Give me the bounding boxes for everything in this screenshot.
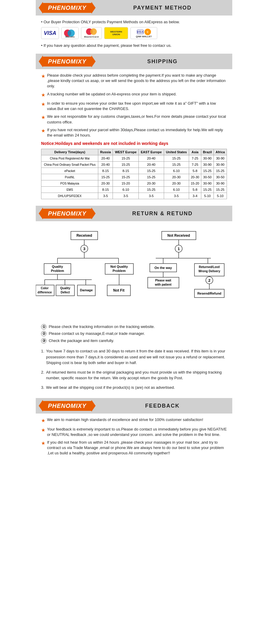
payment-icons: VISA Maestro MasterCard — [41, 27, 227, 39]
table-row: China Post Registered Air Mai20-4015-252… — [41, 155, 227, 162]
protection-note: • Our Buyer Protection ONLY protects Pay… — [41, 20, 227, 24]
table-cell-value: 5-10 — [201, 193, 214, 199]
svg-text:with patient: with patient — [155, 283, 172, 286]
table-cell-value: 15-25 — [98, 174, 113, 180]
shipping-star-5: ★ If you have not received your parcel w… — [41, 127, 227, 138]
shipping-star-4: ★ We are not responsible for any customs… — [41, 114, 227, 125]
logo-arrow-left — [39, 2, 43, 14]
svg-text:Returned/Lost/: Returned/Lost/ — [199, 265, 220, 269]
table-cell-value: 15-25 — [201, 187, 214, 193]
shipping-logo: PHENOMIXY — [39, 55, 96, 67]
table-cell-value: 20-30 — [164, 174, 189, 180]
svg-text:Resend/Refund: Resend/Refund — [197, 292, 222, 295]
table-cell-value: 20-30 — [98, 180, 113, 187]
table-cell-value: 30-50 — [201, 174, 214, 180]
svg-text:Color: Color — [41, 287, 49, 290]
mastercard-icon: MasterCard — [81, 27, 102, 39]
payment-question-note: • If you have any question about the pay… — [41, 43, 227, 48]
table-cell-value: 3-4 — [189, 193, 201, 199]
return-policy-2: 2. All returned items must be in the ori… — [41, 369, 227, 381]
shipping-title: SHIPPING — [96, 58, 229, 65]
table-cell-value: 6-10 — [164, 187, 189, 193]
table-cell-value: 5-8 — [189, 187, 201, 193]
return-num-2: 2. — [41, 369, 44, 381]
table-cell-value: 3-5 — [139, 193, 164, 199]
col-header-delivery: Delivery Time(days) — [41, 149, 98, 155]
table-cell-value: 20-30 — [189, 174, 201, 180]
table-cell-value: 6-10 — [164, 168, 189, 174]
table-row: ePacket8-158-1515-256-105-815-2515-25 — [41, 168, 227, 174]
feedback-header: PHENOMIXY FEEDBACK — [36, 398, 232, 414]
logo-arrow-left-3 — [39, 208, 43, 219]
table-cell-value: 15-25 — [139, 174, 164, 180]
svg-text:3: 3 — [83, 247, 85, 251]
table-row: POS Malaysia20-3015-2020-3020-3015-2030-… — [41, 180, 227, 187]
col-header-us: United States — [164, 149, 189, 155]
return-num-3: 3. — [41, 385, 44, 391]
payment-header: PHENOMIXY PAYMENT METHOD — [36, 0, 232, 16]
table-cell-value: 20-40 — [139, 162, 164, 168]
star-icon-3: ★ — [41, 101, 45, 112]
table-cell-value: 15-25 — [113, 162, 139, 168]
shipping-star-1: ★ Please double check your address befor… — [41, 73, 227, 89]
svg-text:Damage: Damage — [80, 288, 93, 292]
feedback-content: ★ We aim to maintain high standards of e… — [36, 414, 232, 462]
table-cell-value: 3-5 — [113, 193, 139, 199]
table-cell-value: 20-40 — [98, 155, 113, 162]
table-cell-value: 15-25 — [113, 155, 139, 162]
shipping-star-2: ★ A tracking number will be updated on A… — [41, 92, 227, 98]
table-cell-value: 15-25 — [214, 168, 227, 174]
table-cell-value: 15-20 — [113, 180, 139, 187]
table-cell-method: China Post Ordinary Small Packet Plus — [41, 162, 98, 168]
table-cell-value: 15-25 — [164, 155, 189, 162]
table-cell-value: 15-25 — [164, 162, 189, 168]
table-cell-value: 30-90 — [214, 155, 227, 162]
table-cell-method: EMS — [41, 187, 98, 193]
feedback-logo: PHENOMIXY — [39, 400, 96, 412]
table-cell-value: 30-50 — [214, 174, 227, 180]
svg-text:Not Received: Not Received — [167, 233, 190, 238]
logo-arrow-right-2 — [91, 55, 96, 67]
visa-icon: VISA — [41, 27, 59, 39]
payment-logo: PHENOMIXY — [39, 2, 96, 14]
feedback-title: FEEDBACK — [96, 403, 229, 409]
svg-text:On the way: On the way — [155, 266, 172, 270]
table-cell-value: 30-90 — [201, 155, 214, 162]
star-icon-f2: ★ — [41, 427, 45, 437]
table-cell-method: China Post Registered Air Mai — [41, 155, 98, 162]
flowchart: Received 3 Quality Problem — [41, 228, 227, 319]
table-cell-value: 20-30 — [164, 180, 189, 187]
svg-text:difference: difference — [38, 291, 52, 294]
flow-note-3: ③ Check the package and item carefully. — [41, 337, 227, 344]
shipping-notice: Notice:Hoildays and weekends are not inc… — [41, 141, 227, 146]
return-header: PHENOMIXY RETURN & RETUND — [36, 206, 232, 221]
logo-arrow-right — [91, 2, 96, 14]
circle-num-3: ③ — [41, 338, 46, 343]
return-logo: PHENOMIXY — [39, 208, 96, 219]
table-cell-value: 5-8 — [189, 168, 201, 174]
svg-text:Not Quality: Not Quality — [110, 265, 128, 268]
feedback-star-2: ★ Your feedback is extremely important t… — [41, 427, 227, 437]
shipping-star-3: ★ In order to ensure you receive your or… — [41, 101, 227, 112]
return-policy-3: 3. We will bear all the shipping cost if… — [41, 385, 227, 391]
feedback-star-1: ★ We aim to maintain high standards of e… — [41, 417, 227, 424]
logo-arrow-left-2 — [39, 55, 43, 67]
svg-text:Problem: Problem — [113, 269, 126, 273]
table-cell-value: 15-20 — [189, 180, 201, 187]
table-cell-value: 3-5 — [98, 193, 113, 199]
shipping-section: PHENOMIXY SHIPPING ★ Please double check… — [36, 54, 232, 206]
table-cell-value: 20-30 — [139, 180, 164, 187]
table-cell-method: PostNL — [41, 174, 98, 180]
return-content: Received 3 Quality Problem — [36, 221, 232, 398]
flow-notes: ① Please check the tracking information … — [41, 323, 227, 344]
flow-note-1: ① Please check the tracking information … — [41, 323, 227, 330]
table-cell-value: 30-90 — [201, 162, 214, 168]
western-union-icon: WESTERN UNION — [104, 27, 128, 39]
table-cell-value: 15-25 — [214, 187, 227, 193]
table-cell-value: 20-40 — [139, 155, 164, 162]
shipping-content: ★ Please double check your address befor… — [36, 69, 232, 206]
col-header-asia: Asia — [189, 149, 201, 155]
return-section: PHENOMIXY RETURN & RETUND Received 3 — [36, 206, 232, 398]
svg-text:Not Fit: Not Fit — [113, 288, 124, 292]
table-cell-value: 6-10 — [113, 187, 139, 193]
